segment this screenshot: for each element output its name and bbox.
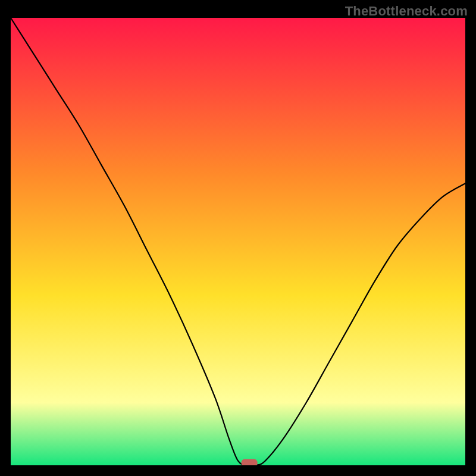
chart-frame: TheBottleneck.com — [0, 0, 476, 476]
watermark-text: TheBottleneck.com — [345, 4, 468, 19]
optimal-point-marker — [242, 459, 257, 465]
bottleneck-chart — [11, 18, 465, 465]
gradient-background — [11, 18, 465, 465]
plot-area — [11, 18, 465, 465]
